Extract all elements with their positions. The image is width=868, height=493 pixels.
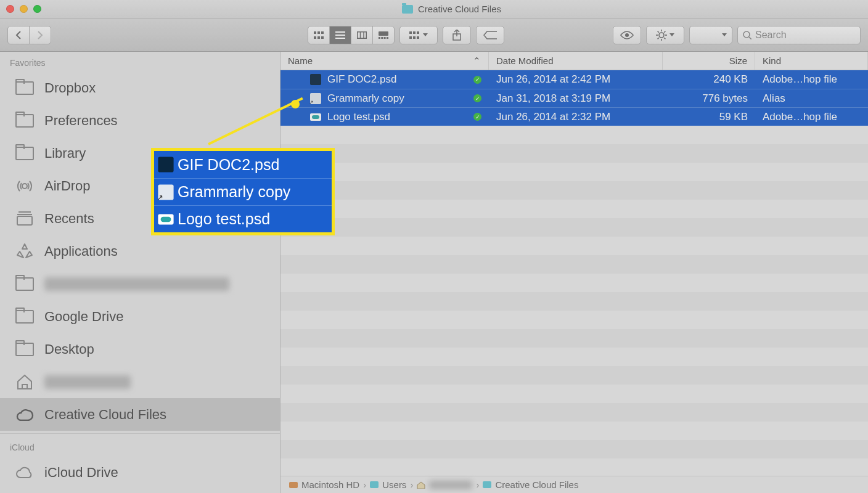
creative-cloud-icon [15, 407, 35, 423]
disk-icon [289, 482, 298, 488]
back-button[interactable] [7, 26, 30, 44]
empty-row [280, 366, 868, 385]
empty-row [280, 292, 868, 311]
sidebar-item-desktop[interactable]: Desktop [0, 333, 280, 365]
folder-icon [15, 113, 35, 129]
search-field[interactable]: Search [737, 26, 861, 44]
sidebar-item-preferences[interactable]: Preferences [0, 104, 280, 137]
callout-row: Logo test.psd [154, 205, 332, 232]
toolbar: Search [0, 18, 868, 52]
forward-button[interactable] [29, 26, 51, 44]
history-dropdown[interactable] [689, 26, 732, 44]
applications-icon [15, 243, 35, 259]
svg-rect-2 [321, 31, 324, 34]
share-button[interactable] [443, 26, 471, 44]
svg-rect-22 [417, 36, 419, 39]
svg-rect-37 [17, 216, 32, 225]
sidebar-item-google-drive[interactable]: Google Drive [0, 300, 280, 333]
svg-rect-18 [413, 31, 416, 34]
psd-file-icon [310, 74, 321, 85]
sync-status-icon: ✓ [473, 113, 481, 121]
sidebar: Favorites Dropbox Preferences Library Ai… [0, 52, 280, 493]
sidebar-item-applications[interactable]: Applications [0, 235, 280, 267]
alias-file-icon [158, 184, 173, 200]
svg-rect-20 [409, 36, 412, 39]
file-list-panel: Name⌃ Date Modified Size Kind GIF DOC2.p… [280, 52, 868, 493]
column-header-name[interactable]: Name⌃ [280, 52, 489, 70]
folder-icon [15, 80, 35, 96]
empty-row [280, 440, 868, 458]
path-separator-icon: › [410, 479, 413, 490]
folder-cc-icon [402, 5, 413, 14]
column-header-date[interactable]: Date Modified [489, 52, 663, 70]
path-crumb[interactable]: Macintosh HD [289, 479, 359, 490]
column-header-kind[interactable]: Kind [755, 52, 868, 70]
close-window-button[interactable] [6, 5, 14, 13]
svg-rect-12 [379, 31, 388, 36]
sidebar-divider [0, 433, 280, 434]
list-view-button[interactable] [329, 26, 351, 44]
recents-icon [15, 211, 35, 227]
annotation-dot [291, 100, 300, 108]
svg-rect-16 [387, 37, 388, 39]
folder-icon [15, 276, 35, 292]
tags-button[interactable] [476, 26, 504, 44]
file-row[interactable]: GIF DOC2.psd✓ Jun 26, 2014 at 2:42 PM 24… [280, 70, 868, 89]
chevron-down-icon [423, 33, 428, 37]
folder-icon [15, 309, 35, 325]
sync-status-icon: ✓ [473, 76, 481, 84]
sidebar-section-favorites: Favorites [0, 52, 280, 71]
column-header-size[interactable]: Size [663, 52, 755, 70]
path-crumb[interactable] [417, 481, 472, 489]
svg-rect-13 [379, 37, 380, 39]
empty-row [280, 181, 868, 200]
empty-row [280, 144, 868, 163]
empty-row [280, 126, 868, 144]
empty-row [280, 385, 868, 403]
svg-rect-0 [314, 31, 316, 34]
chevron-down-icon [722, 33, 727, 37]
svg-line-30 [658, 31, 659, 32]
sidebar-item-redacted-1[interactable] [0, 267, 280, 300]
empty-row [280, 422, 868, 440]
action-button[interactable] [646, 26, 684, 44]
sidebar-item-home[interactable] [0, 365, 280, 398]
empty-row [280, 255, 868, 274]
sidebar-item-icloud-drive[interactable]: iCloud Drive [0, 456, 280, 489]
window-title: Creative Cloud Files [41, 4, 862, 14]
file-row[interactable]: Logo test.psd✓ Jun 26, 2014 at 2:32 PM 5… [280, 107, 868, 126]
svg-rect-21 [413, 36, 416, 39]
minimize-window-button[interactable] [20, 5, 28, 13]
svg-rect-14 [381, 37, 383, 39]
file-row[interactable]: Grammarly copy✓ Jan 31, 2018 at 3:19 PM … [280, 89, 868, 107]
titlebar: Creative Cloud Files [0, 0, 868, 18]
empty-row [280, 329, 868, 348]
path-crumb[interactable]: Users [370, 479, 406, 490]
icon-view-button[interactable] [308, 26, 330, 44]
empty-row [280, 218, 868, 237]
path-bar: Macintosh HD › Users › › Creative Cloud … [280, 476, 868, 493]
folder-icon [483, 481, 491, 488]
zoom-window-button[interactable] [33, 5, 41, 13]
column-view-button[interactable] [351, 26, 373, 44]
path-crumb[interactable]: Creative Cloud Files [483, 479, 578, 490]
group-by-button[interactable] [399, 26, 438, 44]
quicklook-button[interactable] [613, 26, 641, 44]
window-controls [6, 5, 41, 13]
gear-icon [656, 30, 667, 41]
gallery-view-button[interactable] [372, 26, 395, 44]
svg-line-31 [664, 38, 665, 39]
svg-point-25 [659, 33, 664, 38]
sort-ascending-icon: ⌃ [473, 55, 481, 67]
window-title-text: Creative Cloud Files [418, 4, 501, 14]
svg-point-24 [625, 33, 629, 37]
svg-line-35 [749, 37, 751, 39]
svg-rect-6 [335, 31, 345, 33]
svg-rect-9 [358, 31, 367, 38]
svg-rect-17 [409, 31, 412, 34]
file-rows: GIF DOC2.psd✓ Jun 26, 2014 at 2:42 PM 24… [280, 70, 868, 476]
empty-row [280, 163, 868, 181]
callout-row: Grammarly copy [154, 178, 332, 205]
sidebar-item-dropbox[interactable]: Dropbox [0, 71, 280, 104]
sidebar-item-creative-cloud[interactable]: Creative Cloud Files [0, 398, 280, 431]
